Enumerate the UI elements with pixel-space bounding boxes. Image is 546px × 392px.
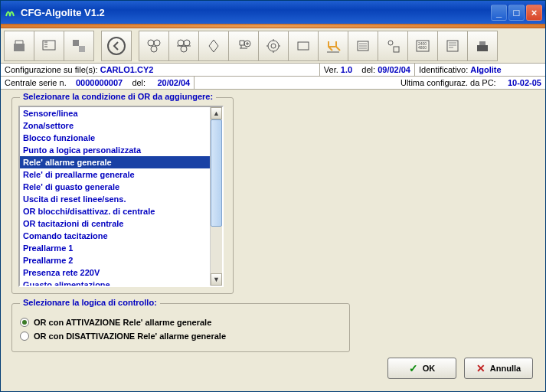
radio-attivazione-label: OR con ATTIVAZIONE Rele' allarme general… [34, 318, 211, 327]
list-item[interactable]: Presenza rete 220V [20, 266, 210, 279]
radio-disattivazione[interactable]: OR con DISATTIVAZIONE Rele' allarme gene… [20, 332, 342, 341]
info-bar-1: Configurazione su file(s): CARLO1.CY2 Ve… [1, 64, 545, 77]
main-area: Selezionare la condizione di OR da aggiu… [1, 90, 545, 358]
radio-disattivazione-label: OR con DISATTIVAZIONE Rele' allarme gene… [34, 332, 226, 341]
maximize-button[interactable]: □ [508, 5, 525, 21]
svg-point-16 [388, 41, 393, 45]
toolbar-btn-12[interactable] [348, 31, 378, 61]
svg-rect-21 [447, 41, 458, 51]
list-item[interactable]: OR tacitazioni di centrale [20, 217, 210, 230]
list-item[interactable]: Comando tacitazione [20, 230, 210, 242]
scroll-thumb[interactable] [211, 119, 222, 227]
list-scrollbar[interactable]: ▲ ▼ [210, 107, 222, 286]
list-item[interactable]: Guasto alimentazione [20, 279, 210, 287]
scroll-down-button[interactable]: ▼ [211, 273, 222, 286]
toolbar-btn-15[interactable] [437, 31, 468, 61]
dialog-buttons: ✓ OK ✕ Annulla [387, 358, 533, 379]
svg-point-10 [181, 46, 187, 52]
radio-icon [20, 318, 29, 327]
x-icon: ✕ [476, 362, 486, 374]
radio-icon [20, 332, 29, 341]
svg-rect-2 [73, 40, 79, 46]
toolbar-btn-14[interactable]: 24004800 [407, 31, 438, 61]
last-cfg-label: Ultima configuraz. da PC: [401, 78, 496, 87]
list-item[interactable]: Sensore/linea [20, 107, 210, 119]
close-button[interactable]: × [526, 5, 542, 21]
toolbar-btn-10[interactable] [288, 31, 319, 61]
scroll-up-button[interactable]: ▲ [211, 107, 222, 119]
svg-point-4 [108, 38, 125, 54]
app-icon [4, 6, 16, 18]
del-date: 09/02/04 [378, 65, 410, 74]
ok-label: OK [423, 364, 436, 373]
logic-group: Selezionare la logica di controllo: OR c… [11, 303, 350, 352]
del2-date: 20/02/04 [157, 78, 190, 87]
svg-point-6 [154, 40, 160, 46]
svg-point-13 [271, 44, 276, 48]
or-condition-title: Selezionare la condizione di OR da aggiu… [20, 92, 216, 101]
svg-point-8 [178, 40, 184, 46]
toolbar-btn-3[interactable] [64, 31, 94, 61]
svg-rect-0 [14, 44, 25, 51]
app-window: CFG-Algolite V1.2 _ □ × 24004800 Configu… [0, 0, 546, 392]
svg-rect-23 [479, 41, 486, 45]
ver-label: Ver. [324, 65, 338, 74]
svg-rect-22 [477, 45, 488, 51]
back-button[interactable] [101, 31, 132, 61]
or-condition-list[interactable]: Sensore/lineaZona/settoreBlocco funziona… [18, 106, 224, 287]
list-item[interactable]: Rele' allarme generale [20, 156, 210, 168]
cancel-button[interactable]: ✕ Annulla [464, 358, 533, 379]
check-icon: ✓ [409, 362, 418, 374]
list-item[interactable]: OR blocchi/disattivaz. di centrale [20, 205, 210, 217]
list-item[interactable]: Preallarme 1 [20, 242, 210, 254]
list-item[interactable]: Rele' di guasto generale [20, 181, 210, 193]
minimize-button[interactable]: _ [491, 5, 507, 21]
svg-rect-3 [79, 46, 85, 52]
toolbar-btn-16[interactable] [467, 31, 498, 61]
info-bar-2: Centrale serie n. 0000000007 del: 20/02/… [1, 77, 545, 90]
svg-point-7 [151, 46, 157, 52]
config-file-label: Configurazione su file(s): [5, 65, 98, 74]
id-label: Identificativo: [419, 65, 468, 74]
svg-point-5 [148, 40, 154, 46]
or-condition-group: Selezionare la condizione di OR da aggiu… [11, 97, 234, 294]
config-file-value: CARLO1.CY2 [100, 65, 154, 74]
toolbar-btn-8[interactable] [228, 31, 259, 61]
list-item[interactable]: Blocco funzionale [20, 132, 210, 144]
toolbar-btn-6[interactable] [168, 31, 199, 61]
list-item[interactable]: Preallarme 2 [20, 254, 210, 266]
toolbar-btn-5[interactable] [139, 31, 169, 61]
cancel-label: Annulla [490, 364, 521, 373]
serie-value: 0000000007 [76, 78, 123, 87]
titlebar[interactable]: CFG-Algolite V1.2 _ □ × [1, 1, 545, 24]
svg-point-12 [268, 41, 279, 51]
id-value: Algolite [470, 65, 501, 74]
svg-rect-14 [298, 42, 309, 50]
toolbar-btn-1[interactable] [4, 31, 34, 61]
list-item[interactable]: Zona/settore [20, 119, 210, 132]
toolbar: 24004800 [1, 28, 545, 64]
radio-attivazione[interactable]: OR con ATTIVAZIONE Rele' allarme general… [20, 318, 342, 327]
toolbar-btn-7[interactable] [198, 31, 229, 61]
svg-point-9 [184, 40, 190, 46]
del-label: del: [361, 65, 375, 74]
serie-label: Centrale serie n. [5, 78, 67, 87]
ok-button[interactable]: ✓ OK [387, 358, 456, 379]
window-title: CFG-Algolite V1.2 [21, 7, 491, 18]
last-cfg-date: 10-02-05 [508, 78, 541, 87]
list-item[interactable]: Rele' di preallarme generale [20, 168, 210, 181]
list-item[interactable]: Uscita di reset linee/sens. [20, 193, 210, 205]
svg-rect-17 [394, 47, 399, 52]
list-item[interactable]: Punto a logica personalizzata [20, 144, 210, 156]
toolbar-btn-11[interactable] [318, 31, 348, 61]
svg-text:4800: 4800 [418, 45, 427, 50]
del2-label: del: [132, 78, 145, 87]
toolbar-btn-13[interactable] [378, 31, 408, 61]
toolbar-btn-2[interactable] [34, 31, 64, 61]
logic-title: Selezionare la logica di controllo: [20, 298, 160, 307]
ver-value: 1.0 [341, 65, 352, 74]
toolbar-btn-9[interactable] [258, 31, 289, 61]
